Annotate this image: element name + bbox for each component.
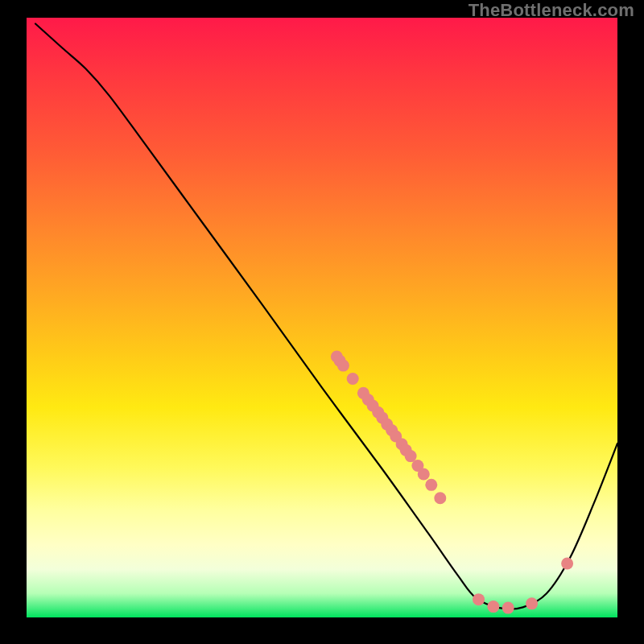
chart-svg (27, 18, 617, 617)
data-point (487, 601, 499, 613)
data-point (473, 593, 485, 605)
data-point (405, 450, 417, 462)
data-point (502, 602, 514, 614)
data-point (418, 468, 430, 480)
data-point (347, 373, 359, 385)
data-point (561, 557, 573, 569)
chart-area (27, 18, 617, 617)
data-point (526, 597, 538, 609)
bottleneck-curve (35, 23, 617, 609)
data-point (337, 360, 349, 372)
data-point (434, 492, 446, 504)
data-points-group (331, 350, 573, 613)
data-point (425, 479, 437, 491)
